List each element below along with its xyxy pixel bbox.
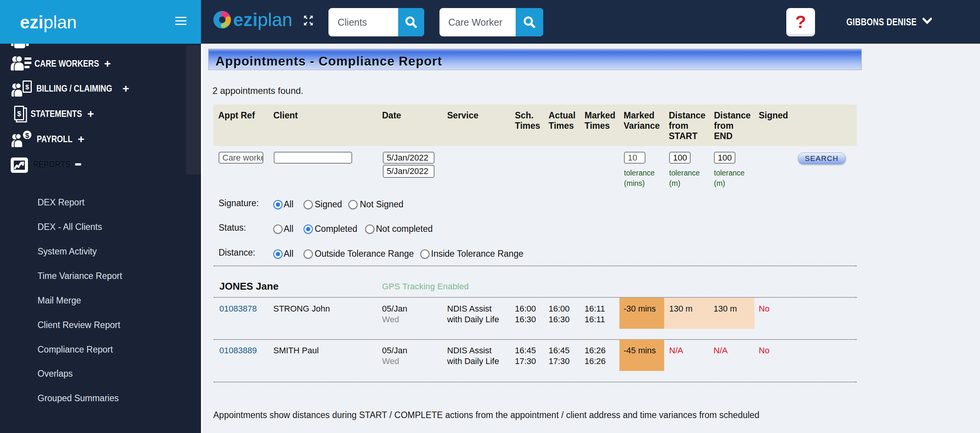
- svg-text:$: $: [17, 110, 21, 118]
- svg-text:$: $: [25, 131, 29, 139]
- svg-text:$: $: [25, 84, 29, 91]
